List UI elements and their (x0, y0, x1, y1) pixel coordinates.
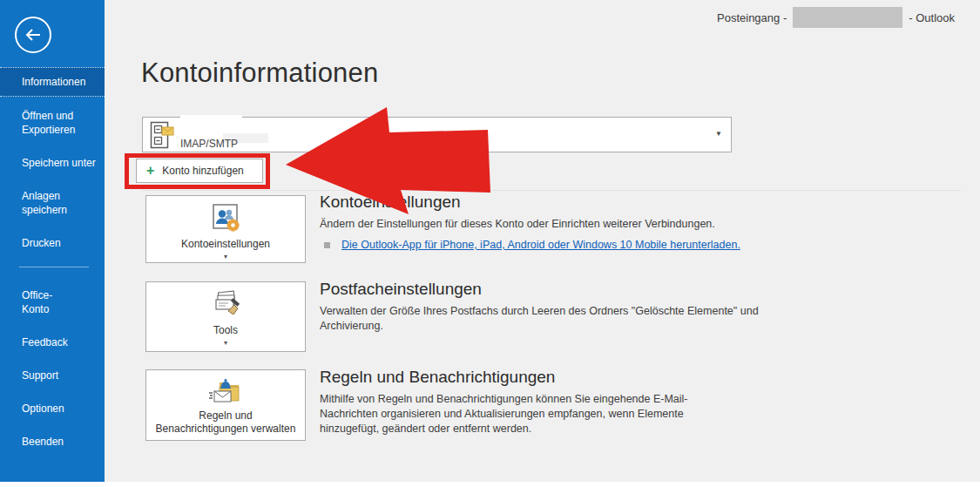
redacted-account-display-name (180, 115, 242, 135)
kontoeinstellungen-button[interactable]: Kontoeinstellungen ▾ (145, 195, 306, 263)
cleanup-tools-icon (207, 290, 244, 320)
section-description: Mithilfe von Regeln und Benachrichtigung… (320, 392, 688, 436)
account-protocol-label: IMAP/SMTP (180, 138, 238, 150)
tools-button[interactable]: Tools ▾ (145, 281, 306, 352)
section-heading: Postfacheinstellungen (320, 280, 759, 299)
window-title: Posteingang - - Outlook (717, 7, 955, 28)
sidebar-item-office-konto[interactable]: Office- Konto (0, 288, 105, 316)
chevron-down-icon: ▾ (224, 339, 227, 347)
annotation-left-arrow (283, 103, 497, 220)
section-heading: Regeln und Benachrichtigungen (320, 368, 688, 387)
back-arrow-icon (22, 24, 44, 46)
annotation-highlight-box (125, 153, 270, 189)
page-title: Kontoinformationen (141, 57, 378, 89)
mailbox-settings-section: Postfacheinstellungen Verwalten der Größ… (320, 280, 759, 334)
envelope-icon (162, 127, 173, 135)
back-button[interactable] (15, 17, 51, 53)
gear-icon (227, 220, 240, 232)
rules-alerts-section: Regeln und Benachrichtigungen Mithilfe v… (320, 368, 688, 436)
outlook-backstage: Posteingang - - Outlook Informationen Öf… (0, 0, 980, 487)
envelope-icon (209, 391, 231, 402)
bell-icon (220, 379, 231, 389)
rules-alerts-icon (207, 377, 244, 405)
sidebar-item-drucken[interactable]: Drucken (0, 236, 105, 250)
sidebar-item-support[interactable]: Support (0, 369, 105, 382)
sidebar-item-informationen[interactable]: Informationen (0, 67, 105, 97)
window-title-prefix: Posteingang - (717, 11, 787, 24)
sidebar-item-optionen[interactable]: Optionen (0, 402, 105, 416)
redacted-account-name (793, 7, 902, 28)
section-description: Verwalten der Größe Ihres Postfachs durc… (320, 304, 759, 334)
bullet-square-icon (324, 242, 330, 248)
rules-alerts-button-label: Regeln und Benachrichtigungen verwalten (156, 409, 296, 436)
sidebar-item-beenden[interactable]: Beenden (0, 435, 105, 449)
sidebar-item-oeffnen-und-exportieren[interactable]: Öffnen und Exportieren (0, 109, 105, 137)
rules-alerts-button[interactable]: Regeln und Benachrichtigungen verwalten (145, 369, 306, 441)
window-title-suffix: - Outlook (909, 11, 955, 24)
sidebar-divider (19, 267, 89, 267)
window-bottom-edge (0, 482, 980, 487)
outlook-app-download-link[interactable]: Die Outlook-App für iPhone, iPad, Androi… (341, 239, 740, 251)
backstage-sidebar: Informationen Öffnen und Exportieren Spe… (0, 0, 105, 482)
account-settings-icon (210, 202, 241, 233)
kontoeinstellungen-button-label: Kontoeinstellungen (181, 238, 270, 251)
tools-button-label: Tools (213, 324, 238, 337)
sidebar-item-feedback[interactable]: Feedback (0, 335, 105, 349)
dropdown-caret-icon: ▼ (715, 130, 722, 138)
section-separator (142, 190, 961, 191)
chevron-down-icon: ▾ (224, 253, 227, 260)
sidebar-item-anlagen-speichern[interactable]: Anlagen speichern (0, 189, 105, 217)
sidebar-item-speichern-unter[interactable]: Speichern unter (0, 156, 105, 170)
account-mailbox-icon (150, 121, 174, 150)
